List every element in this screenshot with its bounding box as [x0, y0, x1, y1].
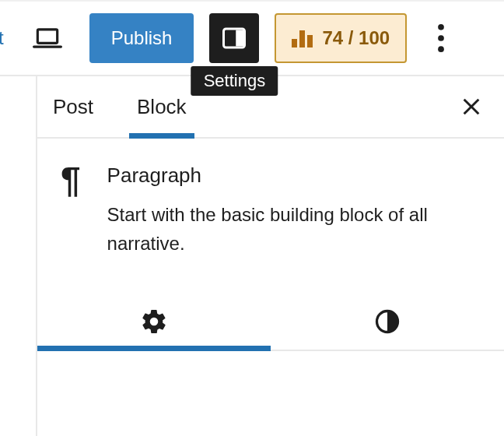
- tab-post[interactable]: Post: [48, 76, 98, 137]
- svg-rect-0: [37, 30, 57, 43]
- editor-top-bar: t Publish Settings 74 / 100: [0, 2, 504, 76]
- seo-score-value: 74 / 100: [322, 27, 390, 49]
- sidebar-panel-icon: [220, 24, 248, 52]
- bar-chart-icon: [292, 29, 313, 47]
- cropped-text-fragment: t: [0, 27, 19, 49]
- block-title: Paragraph: [107, 164, 482, 188]
- laptop-icon: [33, 23, 62, 53]
- contrast-icon: [373, 308, 401, 336]
- publish-button[interactable]: Publish: [89, 13, 194, 63]
- view-device-button[interactable]: [23, 13, 72, 63]
- paragraph-icon: ¶: [61, 162, 81, 258]
- close-icon: [460, 96, 482, 118]
- svg-point-5: [438, 35, 444, 41]
- settings-panel: Post Block ¶ Paragraph Start with the ba…: [37, 76, 504, 436]
- svg-point-6: [438, 46, 444, 52]
- subtab-styles[interactable]: [271, 294, 504, 350]
- block-description: Start with the basic building block of a…: [107, 200, 482, 258]
- settings-toggle-button[interactable]: Settings: [209, 13, 259, 63]
- panel-left-spacer: [0, 76, 37, 436]
- seo-score-badge[interactable]: 74 / 100: [275, 13, 407, 63]
- close-panel-button[interactable]: [453, 88, 490, 125]
- kebab-icon: [438, 24, 444, 52]
- block-subtabs: [37, 294, 504, 351]
- subtab-settings[interactable]: [37, 294, 271, 350]
- block-info-card: ¶ Paragraph Start with the basic buildin…: [37, 139, 504, 258]
- gear-icon: [140, 308, 168, 336]
- svg-point-4: [438, 24, 444, 30]
- svg-rect-3: [236, 30, 244, 47]
- tab-block[interactable]: Block: [132, 76, 191, 137]
- topbar-left-group: t: [0, 2, 72, 75]
- more-options-button[interactable]: [419, 13, 463, 63]
- panel-tabs: Post Block: [37, 76, 504, 139]
